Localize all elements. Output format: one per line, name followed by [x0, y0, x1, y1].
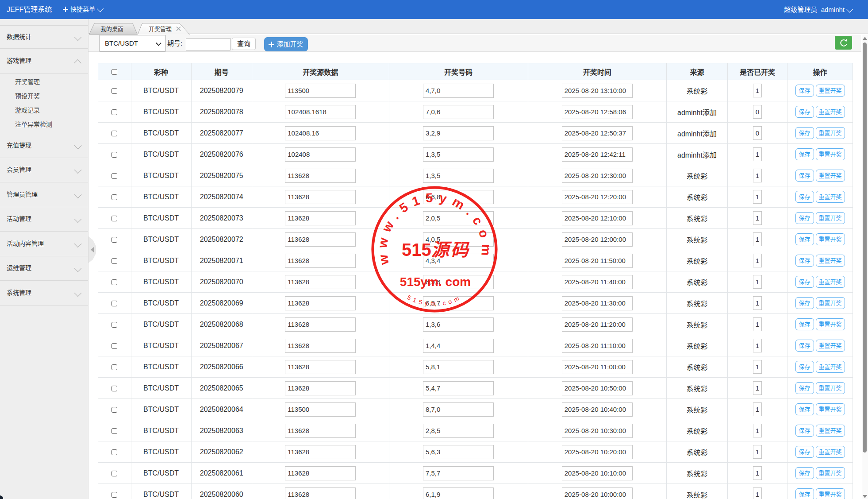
svg-text:开奖管理: 开奖管理	[149, 26, 172, 32]
svg-text:515源码: 515源码	[402, 240, 470, 259]
svg-text:515ym.com: 515ym.com	[406, 294, 463, 307]
svg-text:我的桌面: 我的桌面	[100, 26, 123, 32]
svg-text:515ym. com: 515ym. com	[400, 275, 471, 289]
